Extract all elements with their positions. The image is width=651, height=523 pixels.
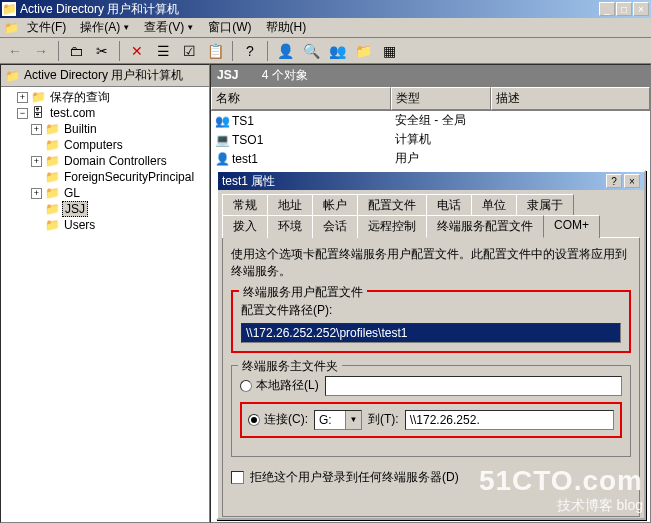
expand-icon[interactable]: +: [17, 92, 28, 103]
tab-profile[interactable]: 配置文件: [357, 194, 427, 216]
connect-row: 连接(C): G: ▼ 到(T): \\172.26.252.: [240, 402, 622, 438]
minimize-button[interactable]: _: [599, 2, 615, 16]
tab-remote[interactable]: 远程控制: [357, 215, 427, 238]
window-titlebar: 📁 Active Directory 用户和计算机 _ □ ×: [0, 0, 651, 18]
list-header: JSJ 4 个对象: [211, 65, 650, 87]
maximize-button[interactable]: □: [616, 2, 632, 16]
tree-item-saved-queries[interactable]: + 📁 保存的查询: [3, 89, 207, 105]
home-folder-groupbox: 终端服务主文件夹 本地路径(L) 连接(C): G: ▼ 到(T): \\1: [231, 365, 631, 457]
help-button[interactable]: ?: [239, 40, 261, 62]
tab-sessions[interactable]: 会话: [312, 215, 358, 238]
radio-icon: [240, 380, 252, 392]
profile-path-input[interactable]: \\172.26.252.252\profiles\test1: [241, 323, 621, 343]
connect-path-input[interactable]: \\172.26.252.: [405, 410, 614, 430]
close-button[interactable]: ×: [624, 174, 640, 188]
tree-item-fsp[interactable]: 📁 ForeignSecurityPrincipal: [3, 169, 207, 185]
tree-item-gl[interactable]: + 📁 GL: [3, 185, 207, 201]
tab-complus[interactable]: COM+: [543, 215, 600, 238]
profile-path-label: 配置文件路径(P):: [241, 302, 621, 319]
to-label: 到(T):: [368, 411, 399, 428]
forward-button[interactable]: →: [30, 40, 52, 62]
profile-groupbox: 终端服务用户配置文件 配置文件路径(P): \\172.26.252.252\p…: [231, 290, 631, 353]
expand-icon[interactable]: +: [31, 156, 42, 167]
tab-telephones[interactable]: 电话: [426, 194, 472, 216]
drive-combo[interactable]: G: ▼: [314, 410, 362, 430]
tab-address[interactable]: 地址: [267, 194, 313, 216]
tree-item-computers[interactable]: 📁 Computers: [3, 137, 207, 153]
properties-button[interactable]: ☰: [152, 40, 174, 62]
tab-description: 使用这个选项卡配置终端服务用户配置文件。此配置文件中的设置将应用到终端服务。: [231, 246, 631, 280]
folder-icon: 📁: [44, 138, 60, 152]
tab-memberof[interactable]: 隶属于: [516, 194, 574, 216]
dialog-titlebar: test1 属性 ? ×: [218, 172, 644, 190]
tab-organization[interactable]: 单位: [471, 194, 517, 216]
separator: [267, 41, 268, 61]
collapse-icon[interactable]: −: [17, 108, 28, 119]
back-button[interactable]: ←: [4, 40, 26, 62]
list-row[interactable]: 💻TSO1 计算机: [211, 130, 650, 149]
find-button[interactable]: 👤: [274, 40, 296, 62]
radio-icon: [248, 414, 260, 426]
dropdown-icon: ▼: [186, 23, 194, 32]
new-ou-button[interactable]: ▦: [378, 40, 400, 62]
toolbar: ← → 🗀 ✂ ✕ ☰ ☑ 📋 ? 👤 🔍 👥 📁 ▦: [0, 38, 651, 64]
menu-window[interactable]: 窗口(W): [202, 17, 257, 38]
tab-general[interactable]: 常规: [222, 194, 268, 216]
ou-icon: 📁: [44, 154, 60, 168]
user-icon: 👤: [215, 152, 230, 166]
refresh-button[interactable]: ☑: [178, 40, 200, 62]
app-icon: 📁: [2, 2, 16, 16]
col-name[interactable]: 名称: [211, 87, 391, 110]
up-button[interactable]: 🗀: [65, 40, 87, 62]
help-button[interactable]: ?: [606, 174, 622, 188]
new-group-button[interactable]: 📁: [352, 40, 374, 62]
menu-help[interactable]: 帮助(H): [260, 17, 313, 38]
column-headers: 名称 类型 描述: [211, 87, 650, 111]
col-type[interactable]: 类型: [391, 87, 491, 110]
dropdown-icon: ▼: [122, 23, 130, 32]
local-path-label: 本地路径(L): [256, 377, 319, 394]
tree-item-users[interactable]: 📁 Users: [3, 217, 207, 233]
tree-item-domain[interactable]: − 🗄 test.com: [3, 105, 207, 121]
menu-file[interactable]: 文件(F): [21, 17, 72, 38]
expand-icon[interactable]: +: [31, 188, 42, 199]
tab-account[interactable]: 帐户: [312, 194, 358, 216]
filter-button[interactable]: 🔍: [300, 40, 322, 62]
domain-icon: 🗄: [30, 106, 46, 120]
tree-root-icon: 📁: [5, 69, 20, 83]
app-menu-icon[interactable]: 📁: [4, 21, 19, 35]
tree-item-domain-controllers[interactable]: + 📁 Domain Controllers: [3, 153, 207, 169]
tab-dialin[interactable]: 拨入: [222, 215, 268, 238]
tab-environment[interactable]: 环境: [267, 215, 313, 238]
tab-ts-profile[interactable]: 终端服务配置文件: [426, 215, 544, 238]
window-title: Active Directory 用户和计算机: [20, 1, 179, 18]
dialog-body: 使用这个选项卡配置终端服务用户配置文件。此配置文件中的设置将应用到终端服务。 终…: [222, 237, 640, 517]
new-user-button[interactable]: 👥: [326, 40, 348, 62]
folder-icon: 📁: [30, 90, 46, 104]
export-button[interactable]: 📋: [204, 40, 226, 62]
delete-button[interactable]: ✕: [126, 40, 148, 62]
home-group-title: 终端服务主文件夹: [238, 358, 342, 375]
cut-icon[interactable]: ✂: [91, 40, 113, 62]
separator: [58, 41, 59, 61]
close-button[interactable]: ×: [633, 2, 649, 16]
group-icon: 👥: [215, 114, 230, 128]
local-path-row: 本地路径(L): [240, 376, 622, 396]
deny-login-row[interactable]: 拒绝这个用户登录到任何终端服务器(D): [231, 469, 631, 486]
dropdown-icon[interactable]: ▼: [345, 411, 361, 429]
drive-value: G:: [315, 411, 345, 429]
local-path-input[interactable]: [325, 376, 622, 396]
tree-item-builtin[interactable]: + 📁 Builtin: [3, 121, 207, 137]
menu-view[interactable]: 查看(V)▼: [138, 17, 200, 38]
col-desc[interactable]: 描述: [491, 87, 650, 110]
expand-icon[interactable]: +: [31, 124, 42, 135]
deny-checkbox[interactable]: [231, 471, 244, 484]
list-row[interactable]: 👥TS1 安全组 - 全局: [211, 111, 650, 130]
connect-radio[interactable]: 连接(C):: [248, 411, 308, 428]
menu-action[interactable]: 操作(A)▼: [74, 17, 136, 38]
separator: [232, 41, 233, 61]
tree-root-label[interactable]: Active Directory 用户和计算机: [24, 67, 183, 84]
list-row[interactable]: 👤test1 用户: [211, 149, 650, 168]
local-path-radio[interactable]: 本地路径(L): [240, 377, 319, 394]
tree-item-jsj[interactable]: 📁 JSJ: [3, 201, 207, 217]
